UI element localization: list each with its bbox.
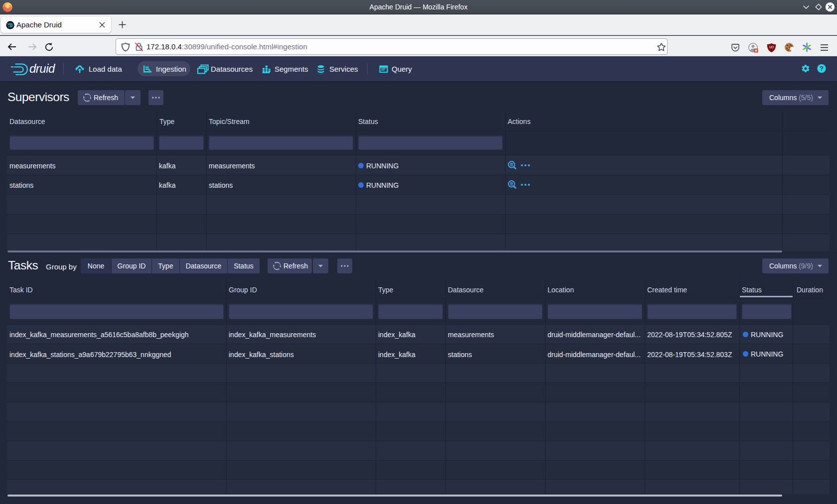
svg-text:UO: UO (769, 45, 774, 49)
svg-text:?: ? (820, 65, 824, 72)
